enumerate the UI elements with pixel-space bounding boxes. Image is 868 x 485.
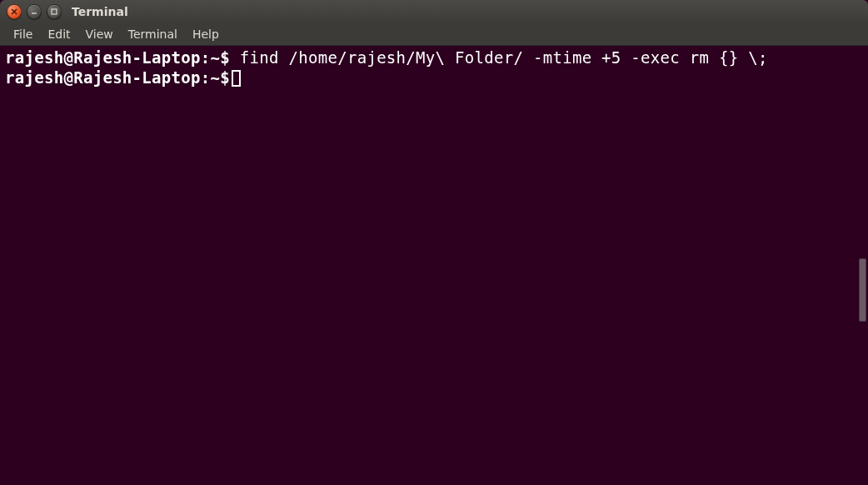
minimize-icon xyxy=(31,8,37,15)
maximize-button[interactable] xyxy=(47,4,62,19)
prompt-user-host: rajesh@Rajesh-Laptop xyxy=(5,68,201,87)
titlebar: Terminal xyxy=(0,0,868,23)
prompt-separator: : xyxy=(201,68,211,87)
scrollbar-thumb[interactable] xyxy=(859,258,866,322)
menubar: File Edit View Terminal Help xyxy=(0,23,868,46)
prompt-symbol: $ xyxy=(220,48,230,67)
terminal-output[interactable]: rajesh@Rajesh-Laptop:~$ find /home/rajes… xyxy=(0,46,868,485)
menu-edit[interactable]: Edit xyxy=(41,25,77,43)
minimize-button[interactable] xyxy=(27,4,42,19)
close-icon xyxy=(11,8,17,15)
menu-view[interactable]: View xyxy=(79,25,120,43)
menu-help[interactable]: Help xyxy=(186,25,226,43)
terminal-line: rajesh@Rajesh-Laptop:~$ xyxy=(5,68,863,88)
close-button[interactable] xyxy=(7,4,22,19)
window-title: Terminal xyxy=(72,5,128,18)
command-text: find /home/rajesh/My\ Folder/ -mtime +5 … xyxy=(240,48,768,67)
terminal-line: rajesh@Rajesh-Laptop:~$ find /home/rajes… xyxy=(5,48,863,68)
terminal-window: Terminal File Edit View Terminal Help ra… xyxy=(0,0,868,485)
svg-rect-0 xyxy=(52,9,57,14)
cursor xyxy=(232,70,241,87)
maximize-icon xyxy=(51,8,57,15)
prompt-path: ~ xyxy=(211,48,221,67)
prompt-separator: : xyxy=(201,48,211,67)
window-buttons xyxy=(7,4,62,19)
prompt-user-host: rajesh@Rajesh-Laptop xyxy=(5,48,201,67)
prompt-symbol: $ xyxy=(220,68,230,87)
menu-terminal[interactable]: Terminal xyxy=(122,25,184,43)
menu-file[interactable]: File xyxy=(7,25,39,43)
prompt-path: ~ xyxy=(211,68,221,87)
